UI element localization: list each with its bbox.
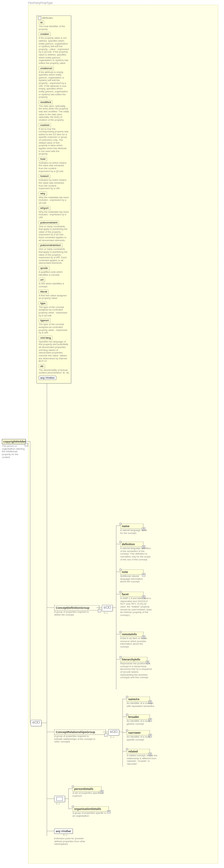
attribute-desc: One or many constraints that apply to pu… [39,248,69,265]
element-narrower[interactable]: narrower + [127,730,150,735]
attribute-desc: The type of the concept assigned as cont… [39,306,69,317]
attribute-uri[interactable]: uriA URI which identifies a concept. [39,278,69,288]
attribute-type[interactable]: typeThe type of the concept assigned as … [39,301,69,317]
concept-definition-group[interactable]: ConceptDefinitionGroup - [54,605,99,611]
attribute-custom[interactable]: customIf set to true the corresponding p… [39,123,69,156]
element-sameas[interactable]: sameAs + [127,696,150,702]
element-desc: A group of properties specific to an org… [73,812,108,817]
cardinality-label: 0..∞ [63,834,67,836]
element-desc: Represents the position of a concept in … [120,662,152,679]
attribute-modified[interactable]: modifiedThe date (and, optionally, the t… [39,100,69,122]
group-label: ConceptDefinitionGroup [56,606,89,610]
attribute-desc: Why the metadata has been included - exp… [39,211,69,219]
element-facet[interactable]: facet + [120,592,143,597]
attribute-name: type [39,301,47,305]
attribute-any-other[interactable]: any ##other [39,376,69,380]
attribute-desc: A URI which identifies a concept. [39,282,69,288]
attribute-how[interactable]: howIndicates by which means the value wa… [39,157,69,173]
attribute-desc: If the property value is not defined, sp… [39,37,69,65]
attribute-desc: If the attribute is empty, specifies whi… [39,71,69,99]
group-label: ConceptRelationshipsGroup [56,731,95,734]
attribute-howuri[interactable]: howuriIndicates by which means the value… [39,174,69,190]
cardinality-label: 0..∞ [104,612,108,614]
attribute-name: why [39,191,47,196]
element-name[interactable]: name + [120,524,143,529]
collapse-icon[interactable]: - [98,609,101,612]
attribute-name: creator [39,32,50,36]
attributes-label: attributes [38,17,53,20]
element-desc: A set of properties specific to a person [73,792,105,797]
attribute-pubconstrainturi[interactable]: pubconstrainturiOne or many constraints … [39,243,69,265]
group-desc: A group of properties required to indica… [54,735,96,743]
attribute-xmllang[interactable]: xml:langSpecifies the language of this p… [39,336,69,363]
attribute-desc: A free-text value assigned as property v… [39,294,69,300]
attribute-desc: Indicates by which means the value was e… [39,162,69,173]
root-element-name: copyrightHolder [3,440,26,443]
sequence-compositor-main [31,720,42,726]
group-desc: A group of properties required to define… [54,611,91,616]
attribute-name: creatoruri [39,66,54,70]
attribute-desc: The date (and, optionally, the time) whe… [39,105,69,122]
element-broader[interactable]: broader + [127,714,150,719]
attribute-literal[interactable]: literalA free-text value assigned as pro… [39,289,69,300]
sequence-compositor-defgroup [102,605,113,611]
attribute-typeuri[interactable]: typeuriThe type of the concept assigned … [39,318,69,334]
attribute-name: uri [39,278,45,282]
attribute-name: custom [39,123,51,127]
attribute-desc: If set to true the corresponding propert… [39,128,69,156]
choice-compositor [54,796,65,802]
attribute-desc: The local identifier of the property. [39,25,69,31]
attribute-name: qcode [39,266,50,270]
type-name-label: FlexPartyPropType [28,1,53,4]
concept-relationships-group[interactable]: ConceptRelationshipsGroup - [54,730,106,735]
element-desc: An identifier of a concept with equivale… [127,702,156,708]
element-definition[interactable]: definition + [120,541,143,547]
attribute-dir[interactable]: dirThe directionality of textual content… [39,364,69,374]
element-desc: In NAR 1.8 and later, facet is deprecate… [120,597,152,617]
attribute-id[interactable]: idThe local identifier of the property. [39,20,69,31]
element-remoteinfo[interactable]: remoteInfo + [120,632,143,637]
attribute-desc: Indicates by which means the value was e… [39,179,69,190]
attributes-container: attributes idThe local identifier of the… [36,16,71,383]
element-desc: A natural language name for the concept. [120,529,149,534]
any-other-element[interactable]: any ##other [54,829,73,834]
attribute-qcode[interactable]: qcodeA qualified code which identifies a… [39,266,69,276]
attribute-desc: One or many constraints that apply to pu… [39,225,69,242]
element-related[interactable]: related + [127,749,150,754]
attribute-whyuri[interactable]: whyuriWhy the metadata has been included… [39,206,69,219]
attribute-desc: The directionality of textual content (e… [39,369,69,374]
root-element[interactable]: copyrightHolder - [2,439,26,444]
element-desc: Additional natural language information … [120,575,149,583]
cardinality-label: 0..∞ [110,736,114,738]
element-desc: An identifier of a more specific concept… [127,736,156,741]
attribute-why[interactable]: whyWhy the metadata has been included - … [39,191,69,205]
attribute-creator[interactable]: creatorIf the property value is not defi… [39,32,69,65]
cardinality-label: 0..1 [56,803,60,805]
attribute-name: how [39,157,47,161]
attribute-desc: A qualified code which identifies a conc… [39,271,69,276]
collapse-icon[interactable]: - [104,734,108,737]
element-persondetails[interactable]: personDetails + [73,786,102,792]
element-organisationdetails[interactable]: organisationDetails + [73,806,109,811]
element-hierarchyinfo[interactable]: hierarchyInfo + [120,657,147,662]
attribute-name: id [39,20,44,25]
element-desc: A link to an item or a web resource whic… [120,637,151,649]
attribute-desc: The type of the concept assigned as cont… [39,323,69,334]
element-note[interactable]: note + [120,569,143,575]
attribute-pubconstraint[interactable]: pubconstraintOne or many constraints tha… [39,220,69,242]
element-desc: Extension point for provider-defined pro… [54,837,86,846]
attribute-name: howuri [39,174,50,178]
attribute-any-label: any ##other [39,376,57,380]
attribute-desc: Why the metadata has been included - exp… [39,196,69,205]
attribute-name: pubconstraint [39,220,59,225]
element-desc: A natural language definition of the sem… [120,547,151,561]
root-element-desc: The person or organisation claiming the … [2,445,26,459]
sequence-compositor-relgroup [108,729,119,736]
attribute-creatoruri[interactable]: creatoruriIf the attribute is empty, spe… [39,66,69,99]
attribute-name: modified [39,100,52,104]
attribute-name: dir [39,364,45,368]
attribute-name: literal [39,289,49,294]
attribute-name: whyuri [39,206,50,210]
attribute-name: xml:lang [39,336,52,340]
attribute-name: typeuri [39,318,50,322]
